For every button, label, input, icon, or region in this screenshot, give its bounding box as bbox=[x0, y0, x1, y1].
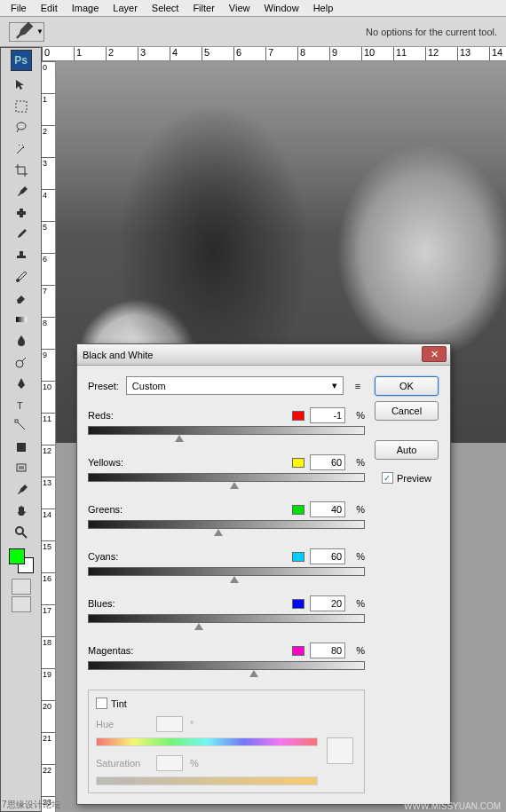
menu-view[interactable]: View bbox=[222, 1, 257, 15]
move-tool[interactable] bbox=[12, 75, 31, 95]
stamp-tool[interactable] bbox=[12, 246, 31, 265]
menu-file[interactable]: File bbox=[4, 1, 34, 15]
svg-point-6 bbox=[16, 360, 23, 367]
slider-track[interactable] bbox=[88, 426, 365, 435]
dropdown-arrow-icon: ▼ bbox=[36, 28, 43, 35]
dropdown-arrow-icon: ▾ bbox=[332, 380, 337, 391]
cancel-button[interactable]: Cancel bbox=[375, 401, 439, 421]
color-swatch-icon bbox=[292, 411, 304, 421]
slider-value-input[interactable] bbox=[310, 548, 345, 564]
menu-image[interactable]: Image bbox=[65, 1, 107, 15]
preview-label: Preview bbox=[397, 473, 431, 484]
options-bar: ▼ No options for the current tool. bbox=[0, 17, 506, 47]
dialog-titlebar[interactable]: Black and White ✕ bbox=[77, 344, 450, 366]
slider-label: Greens: bbox=[88, 504, 168, 515]
svg-point-1 bbox=[17, 122, 26, 130]
slider-label: Yellows: bbox=[88, 457, 168, 468]
heal-tool[interactable] bbox=[12, 203, 31, 223]
svg-rect-10 bbox=[17, 464, 26, 471]
slider-label: Cyans: bbox=[88, 551, 168, 562]
hue-label: Hue bbox=[96, 719, 149, 729]
saturation-input bbox=[156, 755, 183, 771]
slider-track[interactable] bbox=[88, 520, 365, 529]
preset-menu-button[interactable]: ≡ bbox=[351, 379, 365, 393]
pen-tool[interactable] bbox=[12, 374, 31, 393]
menu-filter[interactable]: Filter bbox=[186, 1, 221, 15]
percent-label: % bbox=[356, 551, 365, 562]
close-icon: ✕ bbox=[431, 349, 439, 360]
marquee-tool[interactable] bbox=[12, 97, 31, 116]
blur-tool[interactable] bbox=[12, 331, 31, 351]
dodge-tool[interactable] bbox=[12, 352, 31, 372]
slider-label: Reds: bbox=[88, 410, 168, 421]
slider-thumb[interactable] bbox=[175, 435, 184, 442]
color-swatches[interactable] bbox=[9, 548, 34, 573]
notes-tool[interactable] bbox=[12, 459, 31, 478]
footer-text: 7思缘设计论坛 bbox=[2, 799, 60, 811]
menu-help[interactable]: Help bbox=[306, 1, 341, 15]
percent-symbol: % bbox=[190, 758, 199, 769]
close-button[interactable]: ✕ bbox=[422, 346, 447, 362]
hue-input bbox=[156, 716, 183, 732]
slider-row-reds: Reds: % bbox=[88, 407, 365, 435]
shape-tool[interactable] bbox=[12, 438, 31, 457]
slider-thumb[interactable] bbox=[230, 576, 239, 583]
current-tool-indicator[interactable]: ▼ bbox=[9, 22, 44, 42]
gradient-tool[interactable] bbox=[12, 310, 31, 329]
options-text: No options for the current tool. bbox=[366, 27, 497, 37]
ps-logo[interactable]: Ps bbox=[11, 50, 32, 71]
color-swatch-icon bbox=[292, 458, 304, 468]
saturation-slider bbox=[96, 777, 318, 785]
slider-row-greens: Greens: % bbox=[88, 501, 365, 529]
eraser-tool[interactable] bbox=[12, 288, 31, 308]
menu-select[interactable]: Select bbox=[145, 1, 186, 15]
foreground-color[interactable] bbox=[9, 548, 25, 564]
slider-thumb[interactable] bbox=[230, 482, 239, 489]
history-brush-tool[interactable] bbox=[12, 267, 31, 287]
brush-tool[interactable] bbox=[12, 225, 31, 244]
saturation-label: Saturation bbox=[96, 758, 149, 769]
menu-edit[interactable]: Edit bbox=[34, 1, 65, 15]
eyedropper2-tool[interactable] bbox=[12, 480, 31, 500]
color-swatch-icon bbox=[292, 505, 304, 515]
type-tool[interactable]: T bbox=[12, 395, 31, 414]
slider-value-input[interactable] bbox=[310, 501, 345, 517]
slider-thumb[interactable] bbox=[249, 670, 258, 677]
hand-tool[interactable] bbox=[12, 501, 31, 521]
preview-checkbox[interactable]: ✓ bbox=[382, 472, 393, 484]
eyedropper-tool[interactable] bbox=[12, 182, 31, 201]
slider-thumb[interactable] bbox=[194, 623, 203, 630]
svg-rect-8 bbox=[15, 420, 18, 422]
black-white-dialog: Black and White ✕ Preset: Custom ▾ ≡ Red… bbox=[76, 343, 451, 805]
zoom-tool[interactable] bbox=[12, 523, 31, 542]
slider-row-blues: Blues: % bbox=[88, 595, 365, 623]
svg-rect-9 bbox=[17, 443, 26, 452]
slider-value-input[interactable] bbox=[310, 407, 345, 423]
menu-window[interactable]: Window bbox=[257, 1, 306, 15]
crop-tool[interactable] bbox=[12, 161, 31, 180]
watermark: WWW.MISSYUAN.COM bbox=[404, 801, 501, 811]
preset-label: Preset: bbox=[88, 381, 119, 391]
slider-row-magentas: Magentas: % bbox=[88, 643, 365, 670]
path-tool[interactable] bbox=[12, 416, 31, 436]
slider-value-input[interactable] bbox=[310, 595, 345, 611]
degree-symbol: ° bbox=[190, 719, 194, 729]
menu-layer[interactable]: Layer bbox=[106, 1, 145, 15]
preset-dropdown[interactable]: Custom ▾ bbox=[126, 376, 344, 395]
slider-track[interactable] bbox=[88, 567, 365, 576]
slider-track[interactable] bbox=[88, 614, 365, 623]
auto-button[interactable]: Auto bbox=[375, 440, 439, 460]
lasso-tool[interactable] bbox=[12, 118, 31, 138]
slider-thumb[interactable] bbox=[214, 529, 223, 536]
ok-button[interactable]: OK bbox=[375, 376, 439, 396]
slider-value-input[interactable] bbox=[310, 643, 345, 658]
color-swatch-icon bbox=[292, 552, 304, 562]
quick-mask-mode[interactable] bbox=[12, 579, 31, 595]
screen-mode[interactable] bbox=[12, 596, 31, 612]
tint-preview-swatch bbox=[327, 737, 353, 764]
tint-checkbox[interactable] bbox=[96, 698, 107, 709]
wand-tool[interactable] bbox=[12, 139, 31, 159]
slider-track[interactable] bbox=[88, 473, 365, 482]
slider-track[interactable] bbox=[88, 661, 365, 670]
slider-value-input[interactable] bbox=[310, 454, 345, 470]
